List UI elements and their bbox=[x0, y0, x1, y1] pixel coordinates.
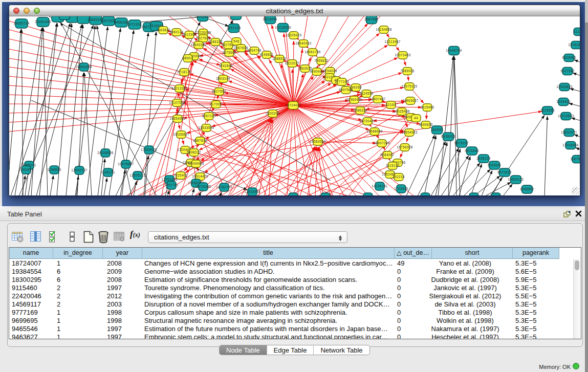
svg-text:252214: 252214 bbox=[393, 175, 405, 179]
svg-text:15720407: 15720407 bbox=[359, 119, 376, 123]
svg-text:44: 44 bbox=[414, 116, 418, 120]
svg-text:6879197: 6879197 bbox=[454, 141, 469, 145]
svg-text:12505115: 12505115 bbox=[129, 173, 145, 177]
svg-text:12213363: 12213363 bbox=[171, 86, 188, 90]
svg-text:10543382: 10543382 bbox=[190, 43, 207, 47]
svg-text:18807249: 18807249 bbox=[374, 141, 390, 145]
svg-text:2803144: 2803144 bbox=[216, 77, 230, 80]
svg-text:9327503: 9327503 bbox=[196, 36, 210, 40]
svg-text:15716485: 15716485 bbox=[195, 185, 211, 188]
svg-text:11325419: 11325419 bbox=[286, 33, 301, 37]
svg-text:3624554: 3624554 bbox=[359, 92, 374, 95]
svg-text:10975887: 10975887 bbox=[118, 162, 134, 166]
svg-text:23226058: 23226058 bbox=[195, 31, 211, 34]
svg-text:9245652: 9245652 bbox=[520, 187, 534, 191]
svg-text:7955812: 7955812 bbox=[314, 59, 329, 62]
svg-text:9457791: 9457791 bbox=[164, 183, 179, 187]
svg-text:2718170: 2718170 bbox=[177, 70, 191, 74]
svg-text:19756928: 19756928 bbox=[397, 145, 413, 149]
svg-text:10654112: 10654112 bbox=[508, 178, 524, 181]
svg-text:546: 546 bbox=[233, 39, 239, 43]
svg-text:7625402: 7625402 bbox=[173, 173, 188, 177]
svg-text:62160: 62160 bbox=[386, 103, 396, 106]
svg-text:7986322: 7986322 bbox=[353, 108, 367, 112]
svg-text:3675685: 3675685 bbox=[222, 51, 236, 54]
svg-text:7357224: 7357224 bbox=[227, 26, 241, 30]
svg-text:7632621: 7632621 bbox=[487, 163, 502, 167]
svg-text:1615112: 1615112 bbox=[385, 164, 399, 167]
svg-text:18640910: 18640910 bbox=[295, 41, 312, 45]
svg-text:8912954: 8912954 bbox=[182, 33, 197, 36]
svg-text:2367608: 2367608 bbox=[234, 46, 248, 50]
svg-text:9215958: 9215958 bbox=[540, 108, 555, 112]
svg-text:10025438: 10025438 bbox=[394, 110, 410, 113]
svg-text:9329965: 9329965 bbox=[562, 56, 576, 59]
svg-text:12213967: 12213967 bbox=[384, 40, 401, 43]
svg-text:8813054: 8813054 bbox=[263, 17, 277, 21]
svg-text:19218506: 19218506 bbox=[275, 26, 291, 29]
svg-text:8427552: 8427552 bbox=[212, 90, 226, 93]
svg-text:11172: 11172 bbox=[574, 30, 580, 33]
svg-text:2687682: 2687682 bbox=[364, 17, 379, 21]
svg-text:9084067: 9084067 bbox=[380, 153, 395, 157]
svg-text:12923448: 12923448 bbox=[244, 190, 260, 193]
svg-text:9474444: 9474444 bbox=[465, 149, 479, 152]
svg-text:1733426: 1733426 bbox=[394, 187, 408, 190]
svg-text:9699695: 9699695 bbox=[419, 123, 433, 126]
svg-text:12093823: 12093823 bbox=[556, 85, 573, 89]
svg-text:8938923: 8938923 bbox=[441, 135, 455, 138]
svg-text:13654923: 13654923 bbox=[401, 130, 418, 134]
svg-text:12942737: 12942737 bbox=[71, 168, 88, 172]
svg-text:15751074: 15751074 bbox=[568, 43, 580, 47]
svg-text:20364436: 20364436 bbox=[346, 98, 362, 101]
svg-text:1527602: 1527602 bbox=[101, 19, 116, 23]
svg-text:6322037: 6322037 bbox=[285, 61, 299, 65]
svg-text:10688609: 10688609 bbox=[366, 129, 383, 133]
svg-text:18724007: 18724007 bbox=[285, 103, 301, 107]
svg-text:16648784: 16648784 bbox=[446, 49, 462, 52]
svg-text:8471626: 8471626 bbox=[497, 170, 512, 174]
svg-text:10807487: 10807487 bbox=[369, 97, 386, 101]
svg-text:9777169: 9777169 bbox=[335, 80, 349, 83]
svg-text:17957225: 17957225 bbox=[161, 178, 178, 181]
svg-text:6466160: 6466160 bbox=[114, 20, 128, 24]
svg-text:164095: 164095 bbox=[431, 128, 443, 132]
svg-text:16210643: 16210643 bbox=[558, 114, 574, 118]
svg-text:417006: 417006 bbox=[210, 102, 222, 106]
svg-text:2935114: 2935114 bbox=[476, 157, 490, 160]
svg-text:14055724: 14055724 bbox=[13, 21, 30, 25]
svg-text:19166827: 19166827 bbox=[173, 133, 189, 136]
svg-text:28053346: 28053346 bbox=[76, 65, 92, 69]
svg-text:16033809: 16033809 bbox=[194, 16, 211, 18]
svg-text:8186328: 8186328 bbox=[208, 40, 223, 43]
svg-text:19384554: 19384554 bbox=[310, 140, 326, 143]
svg-text:16154808: 16154808 bbox=[376, 28, 392, 31]
svg-text:6497568: 6497568 bbox=[339, 88, 353, 92]
svg-text:1145131: 1145131 bbox=[101, 170, 115, 174]
svg-text:39155: 39155 bbox=[21, 168, 31, 171]
svg-text:2300203: 2300203 bbox=[266, 112, 280, 115]
svg-text:7663822: 7663822 bbox=[156, 28, 170, 32]
svg-text:26206526: 26206526 bbox=[97, 151, 114, 155]
svg-text:17016504: 17016504 bbox=[562, 143, 579, 147]
svg-text:12975115: 12975115 bbox=[401, 84, 417, 88]
svg-text:10973493: 10973493 bbox=[395, 53, 411, 57]
svg-text:16654983: 16654983 bbox=[169, 117, 186, 120]
svg-text:5498222: 5498222 bbox=[187, 150, 201, 154]
svg-text:9146821: 9146821 bbox=[259, 53, 274, 56]
svg-text:17359928: 17359928 bbox=[141, 148, 157, 151]
svg-text:1167534: 1167534 bbox=[570, 157, 580, 161]
svg-text:8660124: 8660124 bbox=[169, 30, 184, 34]
svg-text:98901: 98901 bbox=[183, 56, 193, 60]
svg-text:9990443: 9990443 bbox=[310, 70, 324, 73]
svg-text:10107553: 10107553 bbox=[169, 101, 185, 104]
svg-text:16782759: 16782759 bbox=[216, 185, 232, 189]
svg-text:1071918: 1071918 bbox=[127, 23, 142, 26]
svg-text:6794024: 6794024 bbox=[323, 69, 337, 73]
svg-text:3587834: 3587834 bbox=[193, 139, 207, 142]
svg-text:1244415: 1244415 bbox=[556, 100, 571, 103]
svg-text:16914479: 16914479 bbox=[192, 174, 208, 178]
svg-text:20091406: 20091406 bbox=[35, 20, 51, 24]
svg-text:19463627: 19463627 bbox=[402, 99, 419, 102]
svg-text:84099489: 84099489 bbox=[188, 162, 204, 165]
